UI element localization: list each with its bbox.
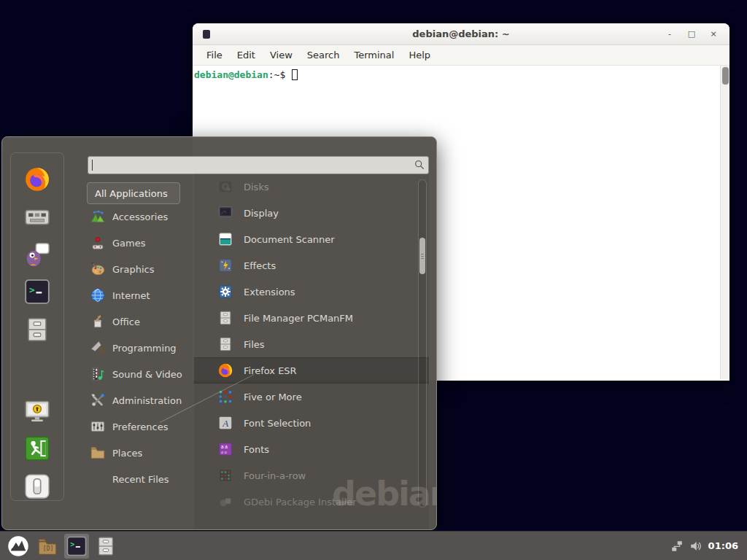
- app-item-effects[interactable]: Effects: [194, 252, 429, 279]
- terminal-scrollbar-thumb[interactable]: [722, 67, 729, 85]
- terminal-menu-edit[interactable]: Edit: [231, 47, 262, 63]
- app-item-extensions[interactable]: Extensions: [194, 279, 429, 305]
- preferences-icon: [90, 419, 106, 435]
- close-button[interactable]: ×: [708, 28, 719, 40]
- category-programming[interactable]: Programming: [87, 335, 195, 361]
- games-icon: [90, 235, 106, 251]
- graphics-icon: [90, 261, 106, 277]
- terminal-menu-view[interactable]: View: [263, 47, 299, 63]
- clock[interactable]: 01:06: [708, 540, 738, 551]
- app-label: Files: [244, 339, 265, 350]
- app-item-files[interactable]: Files: [194, 331, 429, 357]
- app-item-four-in-a-row[interactable]: Four-in-a-row: [194, 462, 429, 489]
- category-sound-video[interactable]: Sound & Video: [87, 361, 195, 387]
- favorite-pidgin-icon[interactable]: [23, 241, 52, 268]
- app-label: Display: [244, 208, 279, 219]
- app-item-display[interactable]: Display: [194, 200, 429, 226]
- taskbar-folder-button[interactable]: [D]: [35, 534, 60, 559]
- programming-icon: [90, 340, 106, 356]
- network-icon[interactable]: [670, 540, 684, 553]
- four-in-a-row-icon: [217, 467, 233, 483]
- all-applications-button[interactable]: All Applications: [87, 182, 180, 204]
- svg-text:a a: a a: [221, 449, 227, 454]
- category-accessories[interactable]: Accessories: [87, 203, 195, 230]
- app-item-gdebi-package-installer[interactable]: GDebi Package Installer: [194, 489, 429, 515]
- accessories-icon: [90, 209, 106, 225]
- favorite-firefox-icon[interactable]: [23, 166, 52, 193]
- category-label: Preferences: [112, 421, 168, 432]
- terminal-scrollbar[interactable]: [720, 66, 729, 379]
- category-office[interactable]: Office: [87, 308, 195, 335]
- administration-icon: [90, 392, 106, 408]
- terminal-menu-search[interactable]: Search: [301, 47, 347, 63]
- favorite-keyboard-icon[interactable]: [23, 203, 52, 230]
- terminal-menu-file[interactable]: File: [200, 47, 229, 63]
- favorite-file-cabinet-icon[interactable]: [23, 316, 52, 343]
- svg-text:A: A: [222, 419, 228, 429]
- app-label: Font Selection: [244, 418, 311, 429]
- extensions-icon: [217, 284, 233, 300]
- favorites-column: >: [10, 152, 64, 501]
- office-icon: [90, 314, 106, 330]
- search-icon: [414, 159, 425, 171]
- app-item-file-manager-pcmanfm[interactable]: File Manager PCManFM: [194, 305, 429, 331]
- category-graphics[interactable]: Graphics: [87, 256, 195, 282]
- firefox-icon: [217, 362, 233, 378]
- app-item-fonts[interactable]: a aa aFonts: [194, 436, 429, 462]
- menu-scrollbar-thumb[interactable]: [419, 238, 425, 274]
- minimize-button[interactable]: -: [664, 28, 676, 40]
- app-label: Effects: [244, 260, 276, 271]
- effects-icon: [217, 257, 233, 273]
- app-label: Firefox ESR: [244, 365, 297, 376]
- category-preferences[interactable]: Preferences: [87, 413, 195, 440]
- app-label: Document Scanner: [244, 234, 335, 245]
- five-or-more-icon: [217, 389, 233, 405]
- applications-list: DisksDisplayDocument ScannerEffectsExten…: [194, 174, 429, 530]
- prompt-path: ~: [274, 69, 280, 80]
- app-label: GDebi Package Installer: [244, 497, 357, 508]
- category-administration[interactable]: Administration: [87, 387, 195, 413]
- app-item-document-scanner[interactable]: Document Scanner: [194, 226, 429, 252]
- app-item-font-selection[interactable]: AFont Selection: [194, 410, 429, 436]
- font-selection-icon: A: [217, 415, 233, 431]
- svg-text:>: >: [29, 284, 35, 295]
- category-games[interactable]: Games: [87, 230, 195, 256]
- category-label: Sound & Video: [112, 369, 182, 380]
- terminal-prompt-line: debian@debian:~$: [194, 69, 728, 80]
- app-item-five-or-more[interactable]: Five or More: [194, 384, 429, 410]
- prompt-user-host: debian@debian: [194, 69, 268, 80]
- terminal-menu-help[interactable]: Help: [402, 47, 437, 63]
- category-label: Games: [112, 238, 145, 249]
- svg-text:a a: a a: [221, 444, 228, 449]
- maximize-button[interactable]: □: [686, 28, 697, 40]
- volume-icon[interactable]: [689, 540, 703, 553]
- taskbar: [D]> 01:06: [0, 531, 747, 560]
- prompt-colon: :: [268, 69, 274, 80]
- svg-text:>: >: [70, 540, 74, 548]
- app-item-disks[interactable]: Disks: [194, 174, 429, 200]
- category-label: Administration: [112, 395, 182, 406]
- favorite-logout-icon[interactable]: [23, 435, 52, 462]
- favorite-shutdown-icon[interactable]: [23, 472, 52, 500]
- category-label: Accessories: [112, 211, 168, 222]
- category-places[interactable]: Places: [87, 440, 195, 466]
- taskbar-file-cabinet-button[interactable]: [93, 534, 118, 559]
- taskbar-terminal-button[interactable]: >: [64, 534, 89, 559]
- terminal-menu-terminal[interactable]: Terminal: [347, 47, 400, 63]
- svg-text:[D]: [D]: [43, 544, 54, 551]
- search-input[interactable]: [88, 156, 429, 174]
- prompt-dollar: $: [279, 69, 285, 80]
- taskbar-menu-button-button[interactable]: [6, 534, 31, 559]
- app-label: Five or More: [244, 392, 302, 402]
- terminal-titlebar[interactable]: debian@debian: ~ -□×: [193, 23, 729, 45]
- category-recent-files[interactable]: Recent Files: [87, 466, 195, 492]
- favorite-lock-screen-icon[interactable]: [23, 397, 52, 425]
- category-label: Office: [112, 316, 140, 327]
- app-item-firefox-esr[interactable]: Firefox ESR: [194, 357, 429, 384]
- category-internet[interactable]: Internet: [87, 282, 195, 308]
- all-applications-label: All Applications: [95, 188, 168, 199]
- categories-column: AccessoriesGamesGraphicsInternetOfficePr…: [87, 203, 195, 492]
- menu-scrollbar[interactable]: [418, 179, 427, 508]
- places-icon: [90, 445, 106, 461]
- favorite-terminal-icon[interactable]: >: [23, 278, 52, 306]
